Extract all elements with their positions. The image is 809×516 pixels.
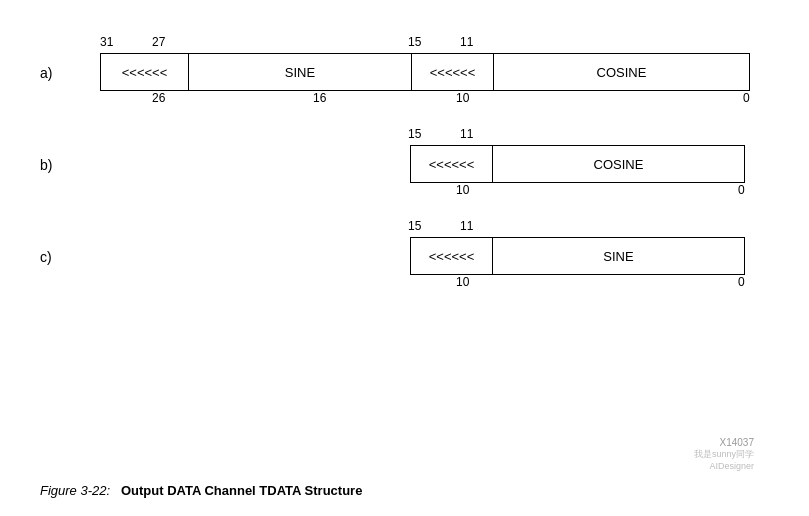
section-a-bit-labels-above: 31 27 15 11: [100, 35, 769, 53]
bit-label-16: 16: [313, 91, 326, 105]
section-c-bit-labels-below: 10 0: [410, 275, 745, 293]
bit-label-c-10: 10: [456, 275, 469, 289]
section-c-register: <<<<<< SINE: [410, 237, 745, 275]
bit-label-b-15: 15: [408, 127, 421, 141]
section-b-label: b): [40, 157, 52, 173]
watermark-area: X14037 我是sunny同学AIDesigner: [694, 437, 754, 471]
section-b-bit-labels-above: 15 11: [100, 127, 769, 145]
section-c-label: c): [40, 249, 52, 265]
section-a-register: <<<<<< SINE <<<<<< COSINE: [100, 53, 750, 91]
cell-a-arrows: <<<<<<: [101, 54, 189, 90]
section-c: c) 15 11 <<<<<< SINE 10 0: [40, 219, 769, 293]
bit-label-0-a: 0: [743, 91, 750, 105]
page-container: a) 31 27 15 11 <<<<<< SINE <<<<<< COSINE: [0, 0, 809, 516]
bit-label-31: 31: [100, 35, 113, 49]
section-c-bit-labels-above: 15 11: [100, 219, 769, 237]
bit-label-10: 10: [456, 91, 469, 105]
bit-label-c-15: 15: [408, 219, 421, 233]
bit-label-26: 26: [152, 91, 165, 105]
cell-a-sine: SINE: [189, 54, 412, 90]
section-b: b) 15 11 <<<<<< COSINE 10 0: [40, 127, 769, 201]
bit-label-b-10: 10: [456, 183, 469, 197]
section-b-register: <<<<<< COSINE: [410, 145, 745, 183]
cell-a-cosine: COSINE: [494, 54, 749, 90]
section-b-bit-labels-below: 10 0: [410, 183, 745, 201]
bit-label-c-0: 0: [738, 275, 745, 289]
cell-b-cosine: COSINE: [493, 146, 744, 182]
caption-italic: Figure 3-22:: [40, 483, 110, 498]
section-a: a) 31 27 15 11 <<<<<< SINE <<<<<< COSINE: [40, 35, 769, 109]
section-a-label: a): [40, 65, 52, 81]
figure-caption: Figure 3-22: Output DATA Channel TDATA S…: [40, 483, 362, 498]
watermark-text: 我是sunny同学AIDesigner: [694, 448, 754, 471]
cell-a-arrows2: <<<<<<: [412, 54, 494, 90]
bit-label-15: 15: [408, 35, 421, 49]
cell-c-sine: SINE: [493, 238, 744, 274]
bit-label-b-11: 11: [460, 127, 473, 141]
cell-b-arrows: <<<<<<: [411, 146, 493, 182]
bit-label-c-11: 11: [460, 219, 473, 233]
watermark-id: X14037: [694, 437, 754, 448]
section-a-bit-labels-below: 26 16 10 0: [100, 91, 750, 109]
bit-label-b-0: 0: [738, 183, 745, 197]
bit-label-11: 11: [460, 35, 473, 49]
bit-label-27: 27: [152, 35, 165, 49]
caption-bold: Output DATA Channel TDATA Structure: [121, 483, 362, 498]
cell-c-arrows: <<<<<<: [411, 238, 493, 274]
